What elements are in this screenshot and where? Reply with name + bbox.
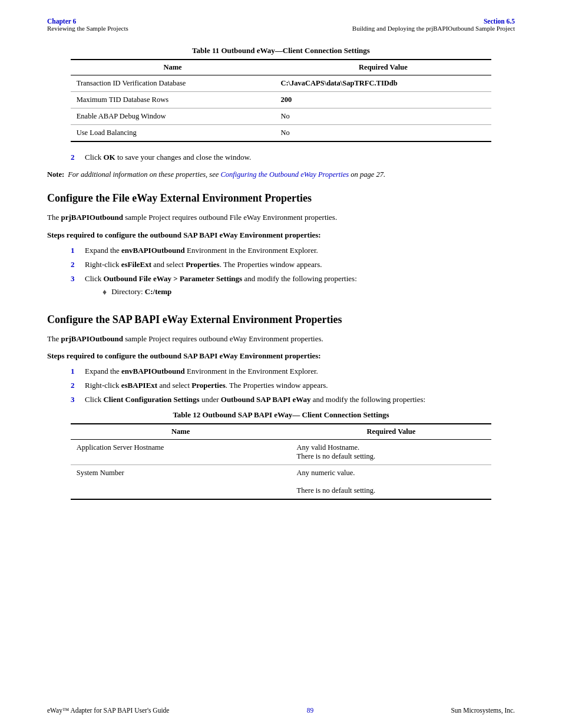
table-row: Enable ABAP Debug WindowNo xyxy=(71,108,492,125)
table11-title: Table 11 Outbound eWay—Client Connection… xyxy=(71,46,492,55)
step-num: 1 xyxy=(71,246,79,255)
table12: Name Required Value Application Server H… xyxy=(71,423,492,500)
section1-steps-heading: Steps required to configure the outbound… xyxy=(47,230,515,240)
note-label: Note: xyxy=(47,170,64,179)
table-cell-value: Any valid Hostname.There is no default s… xyxy=(291,440,492,465)
table-cell-value: 200 xyxy=(275,92,491,108)
section1-step3: 3 Click Outbound File eWay > Parameter S… xyxy=(71,274,515,301)
section2-step3: 3 Click Client Configuration Settings un… xyxy=(71,395,515,404)
step-content: Expand the envBAPIOutbound Environment i… xyxy=(85,246,515,255)
step2-num: 2 xyxy=(71,153,79,162)
section1-heading: Configure the File eWay External Environ… xyxy=(47,192,515,205)
bullet-text: Directory: C:/temp xyxy=(111,287,171,297)
step-num: 2 xyxy=(71,260,79,269)
page-header: Chapter 6 Reviewing the Sample Projects … xyxy=(47,18,515,32)
note-block: Note: For additional information on thes… xyxy=(47,170,515,179)
table-row: Transaction ID Verification DatabaseC:\J… xyxy=(71,75,492,92)
table-cell-name: Use Load Balancing xyxy=(71,125,275,142)
table11-col2: Required Value xyxy=(275,60,491,75)
footer-right: Sun Microsystems, Inc. xyxy=(451,707,515,714)
table12-num: Table 12 xyxy=(173,410,200,419)
section1-bullet-list: ♦ Directory: C:/temp xyxy=(103,287,515,297)
table12-col1: Name xyxy=(71,424,291,440)
step-num: 2 xyxy=(71,381,79,390)
table-row: Use Load BalancingNo xyxy=(71,125,492,142)
step-content: Right-click esBAPIExt and select Propert… xyxy=(85,381,515,390)
step-num: 1 xyxy=(71,367,79,376)
table11: Name Required Value Transaction ID Verif… xyxy=(71,59,492,142)
table11-container: Table 11 Outbound eWay—Client Connection… xyxy=(71,46,492,142)
step-content: Click Client Configuration Settings unde… xyxy=(85,395,515,404)
bullet-icon: ♦ xyxy=(103,288,107,297)
chapter-subtitle: Reviewing the Sample Projects xyxy=(47,25,128,32)
section2-steps-heading: Steps required to configure the outbound… xyxy=(47,351,515,361)
table11-title-rest: Outbound eWay—Client Connection Settings xyxy=(219,46,370,55)
section2-step2: 2 Right-click esBAPIExt and select Prope… xyxy=(71,381,515,390)
section2-body: The prjBAPIOutbound sample Project requi… xyxy=(47,333,515,345)
chapter-label: Chapter 6 xyxy=(47,18,128,25)
header-left: Chapter 6 Reviewing the Sample Projects xyxy=(47,18,128,32)
table-row: System NumberAny numeric value.There is … xyxy=(71,465,492,500)
step-num: 3 xyxy=(71,274,79,301)
table-cell-name: Maximum TID Database Rows xyxy=(71,92,275,108)
table-cell-value: No xyxy=(275,125,491,142)
section2-step1: 1 Expand the envBAPIOutbound Environment… xyxy=(71,367,515,376)
table12-container: Table 12 Outbound SAP BAPI eWay— Client … xyxy=(71,410,492,500)
section1-step1: 1 Expand the envBAPIOutbound Environment… xyxy=(71,246,515,255)
step2-content: Click OK to save your changes and close … xyxy=(85,153,515,162)
bullet-directory: ♦ Directory: C:/temp xyxy=(103,287,515,297)
section1-body: The prjBAPIOutbound sample Project requi… xyxy=(47,212,515,223)
table-cell-value: C:\JavaCAPS\data\SapTRFC.TIDdb xyxy=(275,75,491,92)
step-content: Expand the envBAPIOutbound Environment i… xyxy=(85,367,515,376)
footer-left: eWay™ Adapter for SAP BAPI User's Guide xyxy=(47,707,169,714)
step2-block: 2 Click OK to save your changes and clos… xyxy=(71,153,515,162)
table12-title-rest: Outbound SAP BAPI eWay— Client Connectio… xyxy=(200,410,389,419)
table12-col2: Required Value xyxy=(291,424,492,440)
table-row: Application Server HostnameAny valid Hos… xyxy=(71,440,492,465)
table-cell-name: Enable ABAP Debug Window xyxy=(71,108,275,125)
footer-page-number: 89 xyxy=(169,707,451,714)
section-label: Section 6.5 xyxy=(352,18,515,25)
table-cell-name: Transaction ID Verification Database xyxy=(71,75,275,92)
table-cell-value: No xyxy=(275,108,491,125)
table11-num: Table 11 xyxy=(192,46,219,55)
note-link[interactable]: Configuring the Outbound eWay Properties xyxy=(220,170,349,179)
table-cell-name: Application Server Hostname xyxy=(71,440,291,465)
section2-steps-list: 1 Expand the envBAPIOutbound Environment… xyxy=(71,367,515,404)
step-content: Click Outbound File eWay > Parameter Set… xyxy=(85,274,515,301)
section-subtitle: Building and Deploying the prjBAPIOutbou… xyxy=(352,25,515,32)
table-cell-name: System Number xyxy=(71,465,291,500)
table11-col1: Name xyxy=(71,60,275,75)
section2-heading: Configure the SAP BAPI eWay External Env… xyxy=(47,314,515,326)
note-text: For additional information on these prop… xyxy=(68,170,385,179)
page-footer: eWay™ Adapter for SAP BAPI User's Guide … xyxy=(47,707,515,714)
section1-steps-list: 1 Expand the envBAPIOutbound Environment… xyxy=(71,246,515,301)
table12-title: Table 12 Outbound SAP BAPI eWay— Client … xyxy=(71,410,492,420)
header-right: Section 6.5 Building and Deploying the p… xyxy=(352,18,515,32)
step2-item: 2 Click OK to save your changes and clos… xyxy=(71,153,515,162)
step-content: Right-click esFileExt and select Propert… xyxy=(85,260,515,269)
section1-step2: 2 Right-click esFileExt and select Prope… xyxy=(71,260,515,269)
table-row: Maximum TID Database Rows200 xyxy=(71,92,492,108)
table-cell-value: Any numeric value.There is no default se… xyxy=(291,465,492,500)
step-num: 3 xyxy=(71,395,79,404)
page: Chapter 6 Reviewing the Sample Projects … xyxy=(0,0,562,728)
